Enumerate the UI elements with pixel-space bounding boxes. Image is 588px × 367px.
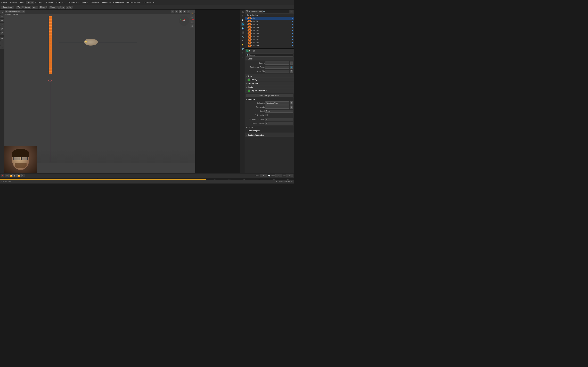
- units-section-header[interactable]: Units: [245, 74, 294, 78]
- cube001-visibility-icon[interactable]: ▼: [292, 20, 293, 22]
- prop-icon-particles[interactable]: ✦: [241, 39, 244, 42]
- cube002-visibility-icon[interactable]: ▼: [292, 24, 293, 25]
- vp-right-icon-table[interactable]: ⊞: [190, 24, 194, 28]
- annotations-btn[interactable]: ∧: [69, 6, 72, 9]
- custom-properties-header[interactable]: Custom Properties: [245, 133, 294, 137]
- gravity-checkbox[interactable]: [248, 78, 250, 81]
- viewport-gizmo[interactable]: [179, 16, 189, 26]
- cube003-visibility-icon[interactable]: ▼: [292, 26, 293, 28]
- tab-modeling[interactable]: Modeling: [34, 1, 44, 4]
- prop-icon-modifiers[interactable]: 🔧: [241, 35, 244, 38]
- tab-add[interactable]: +: [152, 1, 156, 4]
- constraints-picker-btn[interactable]: ⊞: [290, 106, 293, 108]
- collection-picker-btn[interactable]: ⊞: [290, 101, 293, 104]
- solver-value[interactable]: 10: [265, 122, 293, 125]
- tab-scripting[interactable]: Scripting: [142, 1, 152, 4]
- add-menu[interactable]: Add: [32, 6, 38, 8]
- tab-compositing[interactable]: Compositing: [112, 1, 125, 4]
- audio-section-header[interactable]: Audio: [245, 85, 294, 89]
- gravity-section-header[interactable]: Gravity: [245, 78, 294, 82]
- proportional-btn[interactable]: ⊙: [66, 6, 69, 9]
- field-weights-subsection-header[interactable]: Field Weights: [245, 129, 294, 132]
- mode-selector[interactable]: Object Mode: [1, 6, 14, 8]
- outliner-search-input[interactable]: [262, 10, 289, 13]
- cube009-visibility-icon[interactable]: ▼: [292, 45, 293, 47]
- cube-visibility-icon[interactable]: ▼: [292, 17, 293, 19]
- left-toolbar-transform[interactable]: ☐: [0, 32, 4, 35]
- tab-rendering[interactable]: Rendering: [101, 1, 112, 4]
- tl-next-frame-btn[interactable]: ⏩: [17, 174, 21, 177]
- prop-icon-object[interactable]: ⬛: [241, 31, 244, 34]
- prop-icon-material[interactable]: ●: [241, 55, 244, 59]
- active-clip-picker-btn[interactable]: 🎬: [290, 70, 293, 73]
- outliner-item-cube003[interactable]: ⬛ Cube.003 ▼: [245, 26, 294, 29]
- left-toolbar-cursor[interactable]: ⊕: [0, 14, 4, 18]
- vp-right-icon-hand[interactable]: ✋: [190, 11, 194, 15]
- collection-value[interactable]: RigidBodyWorld: [265, 101, 289, 104]
- outliner-filter-btn[interactable]: ⊟: [290, 10, 293, 13]
- vp-right-icon-eye[interactable]: 👁: [190, 15, 194, 19]
- tab-layout[interactable]: Layout: [26, 1, 34, 4]
- rigid-body-checkbox[interactable]: [248, 90, 250, 92]
- cube007-visibility-icon[interactable]: ▼: [292, 39, 293, 41]
- outliner-item-cube009[interactable]: ⬛ Cube.009 ▼: [245, 44, 294, 47]
- tl-play-btn[interactable]: ▶: [13, 174, 17, 177]
- start-frame-input[interactable]: 1: [275, 174, 282, 177]
- tab-uv-editing[interactable]: UV Editing: [55, 1, 66, 4]
- background-scene-picker-btn[interactable]: 🌐: [290, 66, 293, 69]
- left-toolbar-scale[interactable]: ⊞: [0, 27, 4, 31]
- keying-sets-section-header[interactable]: Keying Sets: [245, 82, 294, 85]
- remove-rigid-body-btn[interactable]: Remove Rigid Body World: [246, 94, 293, 97]
- left-toolbar-add[interactable]: +: [0, 45, 4, 49]
- left-toolbar-select[interactable]: ↖: [0, 10, 4, 14]
- prop-icon-data[interactable]: △: [241, 51, 244, 55]
- constraints-value[interactable]: [265, 106, 289, 108]
- object-menu[interactable]: Object: [39, 6, 47, 8]
- tl-jump-end-btn[interactable]: ⏭: [21, 174, 25, 177]
- tl-prev-frame-btn[interactable]: ⏪: [9, 174, 13, 177]
- prop-icon-constraints[interactable]: 🔗: [241, 47, 244, 51]
- outliner-item-cube[interactable]: ⬛ Cube ▼: [245, 17, 294, 20]
- background-scene-value[interactable]: [265, 66, 289, 69]
- left-toolbar-rotate[interactable]: ↻: [0, 23, 4, 27]
- menu-render[interactable]: Render: [0, 1, 9, 4]
- outliner-item-cube001[interactable]: ⬛ Cube.001 ▼: [245, 20, 294, 23]
- cube004-visibility-icon[interactable]: ▼: [292, 30, 293, 31]
- tab-texture-paint[interactable]: Texture Paint: [66, 1, 80, 4]
- cube005-visibility-icon[interactable]: ▼: [292, 33, 293, 34]
- outliner-item-cube005[interactable]: ⬛ Cube.005 ▼: [245, 32, 294, 35]
- outliner-item-cube008[interactable]: ⬛ Cube.008 ▼: [245, 41, 294, 44]
- outliner-item-cube007[interactable]: ⬛ Cube.007 ▼: [245, 38, 294, 41]
- vp-right-icon-camera[interactable]: 🎥: [190, 20, 194, 24]
- left-toolbar-measure[interactable]: ⋮: [0, 41, 4, 45]
- outliner-item-cube010[interactable]: ⬛ Cube.010 ▼: [245, 47, 294, 49]
- vp-viewport-shading-solid[interactable]: ●: [179, 10, 182, 13]
- prop-icon-output[interactable]: 🖨: [241, 14, 244, 18]
- tl-jump-start-btn[interactable]: ⏮: [5, 174, 9, 177]
- rigid-body-world-section-header[interactable]: Rigid Body World: [245, 89, 294, 93]
- split-impulse-checkbox[interactable]: [265, 114, 268, 116]
- transform-orientation[interactable]: Global: [49, 6, 57, 8]
- tab-shading[interactable]: Shading: [80, 1, 89, 4]
- outliner-item-cube004[interactable]: ⬛ Cube.004 ▼: [245, 29, 294, 32]
- snap-btn[interactable]: ⊞: [61, 6, 65, 9]
- current-frame-input[interactable]: 1: [260, 174, 267, 177]
- tab-sculpting[interactable]: Sculpting: [44, 1, 55, 4]
- view-menu[interactable]: View: [16, 6, 23, 8]
- vp-overlay-options[interactable]: ⊙: [171, 10, 174, 13]
- prop-icon-render[interactable]: 🎥: [241, 10, 244, 14]
- transform-pivot-btn[interactable]: ⊕: [58, 6, 61, 9]
- camera-value[interactable]: [265, 61, 289, 65]
- vp-viewport-shading-rendered[interactable]: ○: [187, 10, 190, 13]
- speed-value[interactable]: 2.000: [265, 109, 293, 113]
- tl-record-btn[interactable]: ⏺: [1, 174, 4, 177]
- prop-icon-physics[interactable]: ⚡: [241, 43, 244, 47]
- left-toolbar-move[interactable]: ✥: [0, 19, 4, 22]
- tab-geometry-nodes[interactable]: Geometry Nodes: [125, 1, 142, 4]
- prop-icon-world[interactable]: 🌍: [241, 26, 244, 30]
- active-clip-value[interactable]: [265, 70, 289, 73]
- tab-animation[interactable]: Animation: [89, 1, 101, 4]
- cube006-visibility-icon[interactable]: ▼: [292, 36, 293, 37]
- camera-picker-btn[interactable]: 🎥: [290, 61, 293, 65]
- cube008-visibility-icon[interactable]: ▼: [292, 42, 293, 43]
